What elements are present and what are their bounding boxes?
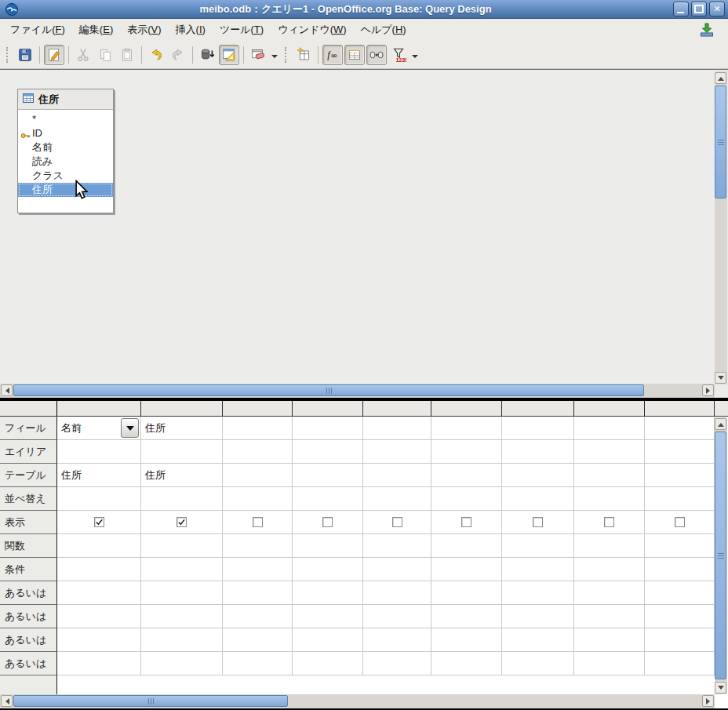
scroll-right-button[interactable] (702, 695, 714, 707)
grid-cell-table-col6[interactable] (431, 464, 502, 487)
grid-cell-or-col1[interactable] (57, 628, 141, 652)
grid-cell-visible-col8[interactable] (574, 511, 645, 534)
grid-horizontal-scrollbar[interactable] (0, 694, 715, 708)
grid-cell-function-col5[interactable] (363, 534, 431, 558)
grid-cell-alias-col9[interactable] (645, 440, 715, 464)
grid-cell-or-col7[interactable] (502, 605, 574, 628)
grid-cell-criterion-col7[interactable] (502, 558, 574, 581)
grid-cell-or-col8[interactable] (574, 628, 645, 652)
run-query-button[interactable] (197, 45, 217, 65)
grid-cell-sort-col8[interactable] (574, 487, 645, 511)
grid-cell-alias-col8[interactable] (574, 440, 645, 464)
grid-cell-field-col5[interactable] (363, 417, 431, 440)
grid-cell-or-col2[interactable] (141, 605, 223, 628)
grid-cell-or-col5[interactable] (363, 628, 431, 652)
grid-cell-sort-col9[interactable] (645, 487, 715, 511)
grid-cell-alias-col3[interactable] (223, 440, 293, 464)
grid-cell-table-col1[interactable]: 住所 (57, 464, 141, 487)
grid-cell-criterion-col4[interactable] (293, 558, 363, 581)
grid-cell-criterion-col6[interactable] (431, 558, 502, 581)
grid-cell-or-col2[interactable] (141, 581, 223, 605)
grid-cell-or-col4[interactable] (293, 628, 363, 652)
scroll-down-button[interactable] (715, 372, 726, 384)
grid-cell-or-col3[interactable] (223, 581, 293, 605)
grid-cell-function-col4[interactable] (293, 534, 363, 558)
grid-cell-criterion-col8[interactable] (574, 558, 645, 581)
visible-checkbox[interactable] (533, 517, 543, 527)
load-document-icon[interactable] (698, 22, 715, 38)
grid-column-header[interactable] (57, 401, 141, 416)
grid-cell-criterion-col1[interactable] (57, 558, 141, 581)
grid-cell-sort-col5[interactable] (363, 487, 431, 511)
field-item-読み[interactable]: 読み (18, 155, 113, 169)
field-item-クラス[interactable]: クラス (18, 169, 113, 183)
grid-cell-or-col3[interactable] (223, 605, 293, 628)
grid-cell-field-col4[interactable] (293, 417, 363, 440)
visible-checkbox[interactable] (461, 517, 471, 527)
undo-button[interactable] (146, 45, 166, 65)
alias-button[interactable] (366, 45, 387, 65)
grid-cell-visible-col7[interactable] (502, 511, 574, 534)
menu-file[interactable]: ファイル(F) (3, 20, 72, 40)
grid-cell-or-col2[interactable] (141, 652, 223, 675)
grid-cell-table-col8[interactable] (574, 464, 645, 487)
grid-cell-criterion-col3[interactable] (223, 558, 293, 581)
menu-tools[interactable]: ツール(T) (213, 20, 271, 40)
visible-checkbox[interactable] (253, 517, 263, 527)
upper-vertical-scrollbar[interactable] (715, 71, 727, 384)
grid-cell-sort-col3[interactable] (223, 487, 293, 511)
menu-edit[interactable]: 編集(E) (72, 20, 120, 40)
visible-checkbox[interactable] (392, 517, 402, 527)
grid-cell-or-col8[interactable] (574, 581, 645, 605)
distinct-values-button[interactable]: 123! (388, 45, 409, 65)
close-button[interactable]: ✕ (709, 2, 725, 16)
grid-cell-or-col7[interactable] (502, 628, 574, 652)
grid-cell-sort-col1[interactable] (57, 487, 141, 511)
grid-cell-or-col6[interactable] (431, 581, 502, 605)
grid-cell-or-col1[interactable] (57, 581, 141, 605)
grid-cell-or-col4[interactable] (293, 581, 363, 605)
clear-query-button[interactable] (248, 45, 268, 65)
grid-cell-alias-col7[interactable] (502, 440, 574, 464)
grid-cell-or-col5[interactable] (363, 605, 431, 628)
upper-horizontal-scrollbar[interactable] (0, 384, 715, 398)
scroll-thumb[interactable] (715, 86, 726, 198)
table-box-header[interactable]: 住所 (18, 89, 113, 110)
toolbar-dropdown-arrow[interactable] (269, 45, 279, 65)
field-item-*[interactable]: * (18, 112, 113, 126)
grid-cell-function-col7[interactable] (502, 534, 574, 558)
grid-cell-or-col7[interactable] (502, 652, 574, 675)
scroll-thumb[interactable] (13, 384, 644, 396)
visible-checkbox[interactable] (322, 517, 333, 527)
grid-cell-or-col5[interactable] (363, 652, 431, 675)
design-view-button[interactable] (219, 45, 239, 65)
scroll-down-button[interactable] (715, 682, 726, 694)
field-dropdown-button[interactable] (121, 418, 139, 438)
grid-cell-table-col5[interactable] (363, 464, 431, 487)
minimize-button[interactable] (673, 2, 689, 16)
grid-cell-field-col2[interactable]: 住所 (141, 417, 223, 440)
grid-cell-function-col3[interactable] (223, 534, 293, 558)
grid-cell-or-col7[interactable] (502, 581, 574, 605)
grid-column-header[interactable] (431, 401, 502, 416)
field-item-名前[interactable]: 名前 (18, 140, 113, 155)
grid-cell-or-col8[interactable] (574, 605, 645, 628)
grid-cell-or-col3[interactable] (223, 628, 293, 652)
grid-cell-sort-col7[interactable] (502, 487, 574, 511)
grid-cell-visible-col3[interactable] (223, 511, 293, 534)
field-item-ID[interactable]: ID (18, 126, 113, 140)
grid-cell-or-col6[interactable] (431, 628, 502, 652)
grid-cell-alias-col5[interactable] (363, 440, 431, 464)
grid-cell-alias-col4[interactable] (293, 440, 363, 464)
grid-cell-visible-col5[interactable] (363, 511, 431, 534)
grid-cell-visible-col1[interactable] (57, 511, 141, 534)
grid-column-header[interactable] (141, 401, 223, 416)
menu-window[interactable]: ウィンドウ(W) (271, 20, 353, 40)
menu-insert[interactable]: 挿入(I) (169, 20, 213, 40)
save-button[interactable] (15, 45, 35, 65)
scroll-right-button[interactable] (702, 384, 714, 396)
add-table-button[interactable] (293, 45, 314, 65)
grid-cell-visible-col9[interactable] (645, 511, 715, 534)
grid-cell-sort-col4[interactable] (293, 487, 363, 511)
grid-cell-criterion-col5[interactable] (363, 558, 431, 581)
